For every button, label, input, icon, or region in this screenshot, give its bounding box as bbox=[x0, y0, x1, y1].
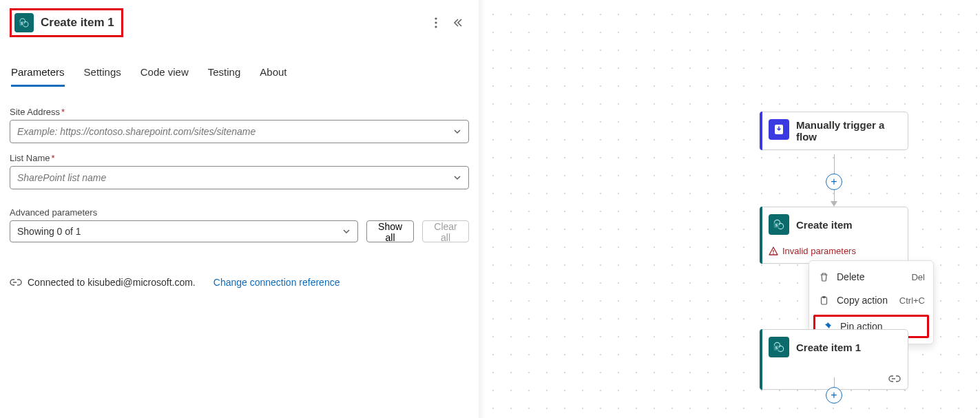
edge bbox=[834, 377, 835, 387]
context-item-delete[interactable]: Delete Del bbox=[809, 265, 933, 289]
tab-about[interactable]: About bbox=[260, 62, 286, 87]
advanced-select-value: Showing 0 of 1 bbox=[17, 226, 342, 237]
header-highlight: S Create item 1 bbox=[10, 8, 123, 37]
node-title: Create item bbox=[796, 219, 853, 231]
node-accent bbox=[760, 112, 762, 150]
panel-title: Create item 1 bbox=[41, 16, 114, 30]
field-site-address: Site Address * Example: https://contoso.… bbox=[10, 107, 469, 143]
list-name-label: List Name * bbox=[10, 153, 469, 163]
edge bbox=[834, 190, 835, 201]
panel-header: S Create item 1 bbox=[10, 8, 469, 45]
svg-text:S: S bbox=[21, 21, 23, 25]
svg-text:S: S bbox=[775, 346, 778, 350]
canvas-content: Manually trigger a flow + S Create item bbox=[479, 0, 980, 418]
panel-tabs: Parameters Settings Code view Testing Ab… bbox=[10, 62, 469, 87]
more-menu-button[interactable] bbox=[433, 16, 439, 30]
chevron-down-icon bbox=[453, 127, 461, 136]
svg-point-4 bbox=[435, 17, 437, 19]
manual-trigger-icon bbox=[769, 119, 789, 140]
node-trigger[interactable]: Manually trigger a flow bbox=[760, 112, 908, 150]
connection-row: Connected to kisubedi@microsoft.com. Cha… bbox=[10, 277, 469, 288]
arrow-down-icon bbox=[831, 201, 837, 207]
show-all-button[interactable]: Show all bbox=[366, 220, 414, 242]
tab-testing[interactable]: Testing bbox=[208, 62, 241, 87]
sharepoint-icon: S bbox=[769, 214, 789, 235]
svg-text:S: S bbox=[775, 223, 778, 227]
site-address-label: Site Address * bbox=[10, 107, 469, 117]
tab-parameters[interactable]: Parameters bbox=[11, 62, 65, 87]
label-text: List Name bbox=[10, 153, 50, 163]
tab-settings[interactable]: Settings bbox=[84, 62, 121, 87]
context-label: Copy action bbox=[837, 295, 888, 306]
add-step-button[interactable]: + bbox=[826, 174, 842, 190]
list-name-input[interactable]: SharePoint list name bbox=[10, 166, 469, 189]
required-marker: * bbox=[61, 107, 65, 117]
warning-icon bbox=[769, 247, 778, 256]
label-text: Site Address bbox=[10, 107, 60, 117]
link-icon bbox=[10, 278, 22, 287]
node-accent bbox=[760, 329, 762, 390]
context-shortcut: Ctrl+C bbox=[899, 295, 925, 306]
chevron-down-icon bbox=[342, 227, 351, 236]
chevron-down-icon bbox=[453, 174, 461, 182]
placeholder-text: SharePoint list name bbox=[17, 172, 453, 183]
details-panel: S Create item 1 Parameters Settings Code… bbox=[0, 0, 479, 418]
site-address-input[interactable]: Example: https://contoso.sharepoint.com/… bbox=[10, 120, 469, 143]
placeholder-text: Example: https://contoso.sharepoint.com/… bbox=[17, 126, 453, 137]
required-marker: * bbox=[52, 153, 55, 163]
change-connection-link[interactable]: Change connection reference bbox=[213, 277, 340, 288]
svg-point-6 bbox=[435, 25, 437, 28]
sharepoint-icon: S bbox=[769, 337, 789, 357]
edge bbox=[834, 154, 835, 174]
add-step-button[interactable]: + bbox=[826, 387, 842, 404]
flow-canvas[interactable]: Manually trigger a flow + S Create item bbox=[479, 0, 980, 418]
node-title: Create item 1 bbox=[796, 342, 861, 353]
connection-text: Connected to kisubedi@microsoft.com. bbox=[28, 277, 196, 288]
advanced-parameters-select[interactable]: Showing 0 of 1 bbox=[10, 220, 358, 242]
advanced-parameters-label: Advanced parameters bbox=[10, 207, 469, 218]
app-root: S Create item 1 Parameters Settings Code… bbox=[0, 0, 980, 418]
sharepoint-icon: S bbox=[14, 13, 34, 32]
form-area: Site Address * Example: https://contoso.… bbox=[10, 107, 469, 288]
svg-point-5 bbox=[435, 21, 437, 23]
error-text: Invalid parameters bbox=[782, 246, 856, 256]
context-item-copy[interactable]: Copy action Ctrl+C bbox=[809, 289, 933, 312]
context-label: Delete bbox=[837, 271, 864, 282]
context-shortcut: Del bbox=[911, 272, 925, 282]
node-accent bbox=[760, 207, 762, 264]
header-actions bbox=[433, 16, 469, 30]
node-create-item[interactable]: S Create item Invalid parameters bbox=[760, 207, 908, 264]
link-icon bbox=[888, 374, 901, 384]
collapse-panel-button[interactable] bbox=[451, 17, 463, 29]
advanced-parameters-row: Showing 0 of 1 Show all Clear all bbox=[10, 220, 469, 242]
tab-code-view[interactable]: Code view bbox=[140, 62, 189, 87]
node-title: Manually trigger a flow bbox=[796, 119, 898, 143]
field-list-name: List Name * SharePoint list name bbox=[10, 153, 469, 189]
svg-point-13 bbox=[773, 253, 774, 254]
clipboard-icon bbox=[817, 294, 830, 306]
trash-icon bbox=[817, 271, 830, 283]
clear-all-button: Clear all bbox=[422, 220, 469, 242]
